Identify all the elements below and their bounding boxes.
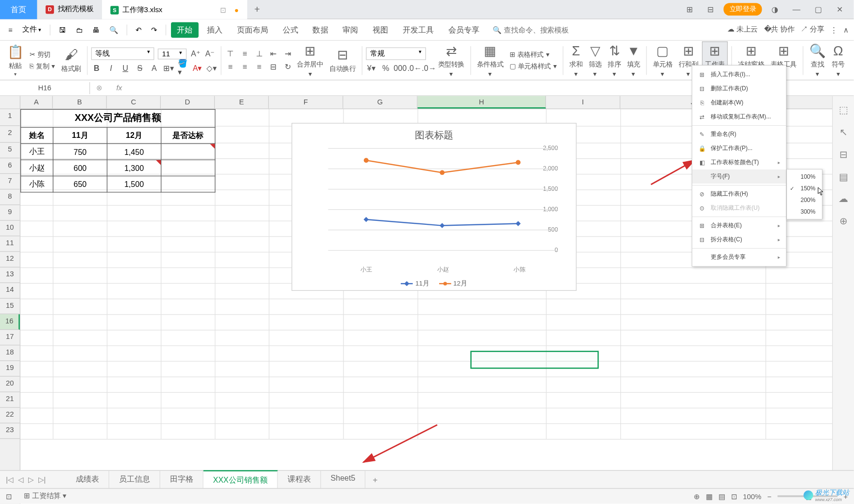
cell[interactable]: 600 bbox=[53, 160, 107, 176]
menu-delete-sheet[interactable]: ⊟删除工作表(D) bbox=[692, 82, 786, 96]
row-header[interactable]: 19 bbox=[0, 361, 20, 376]
row-header[interactable]: 11 bbox=[0, 236, 20, 252]
column-header[interactable]: A bbox=[20, 96, 53, 109]
bold-button[interactable]: B bbox=[91, 62, 102, 73]
row-header[interactable]: 13 bbox=[0, 268, 20, 283]
share-button[interactable]: ↗ 分享 bbox=[801, 25, 824, 35]
row-header[interactable]: 12 bbox=[0, 252, 20, 268]
row-header[interactable]: 18 bbox=[0, 345, 20, 361]
cell[interactable] bbox=[161, 160, 215, 176]
menu-copy-sheet[interactable]: ⎘创建副本(W) bbox=[692, 96, 786, 110]
merge-center-button[interactable]: ⊞合并居中▾ bbox=[294, 42, 325, 79]
align-center-icon[interactable]: ≡ bbox=[239, 62, 250, 72]
print-icon[interactable]: 🖶 bbox=[89, 25, 103, 34]
tab-layout[interactable]: 页面布局 bbox=[231, 22, 274, 37]
menu-rename[interactable]: ✎重命名(R) bbox=[692, 127, 786, 141]
tab-formula[interactable]: 公式 bbox=[276, 22, 304, 37]
search-input[interactable] bbox=[504, 25, 594, 34]
tab-start[interactable]: 开始 bbox=[171, 22, 199, 37]
indent-left-icon[interactable]: ⇤ bbox=[268, 48, 279, 59]
cell[interactable]: 小陈 bbox=[21, 176, 53, 192]
menu-more-member[interactable]: 更多会员专享▸ bbox=[692, 250, 786, 264]
column-header[interactable]: H bbox=[418, 96, 546, 109]
cell[interactable]: 1,300 bbox=[107, 160, 161, 176]
orientation-icon[interactable]: ↻ bbox=[283, 62, 293, 72]
column-header[interactable]: D bbox=[161, 96, 215, 109]
underline-button[interactable]: U bbox=[120, 62, 131, 73]
save-as-icon[interactable]: 🗀 bbox=[72, 25, 86, 34]
increase-decimal-icon[interactable]: .0← bbox=[409, 62, 420, 73]
undo-button[interactable]: ↶ bbox=[132, 25, 145, 34]
cancel-fx-icon[interactable]: ⊗ bbox=[90, 84, 108, 92]
row-header[interactable]: 16 bbox=[0, 314, 20, 330]
tab-view[interactable]: 视图 bbox=[367, 22, 394, 37]
zoom-out-button[interactable]: − bbox=[768, 492, 772, 500]
italic-button[interactable]: I bbox=[105, 62, 116, 73]
chart-object[interactable]: 图表标题 05001,0001,5002,0002,500小王小赵小陈 11月 … bbox=[291, 123, 577, 291]
row-header[interactable]: 23 bbox=[0, 423, 20, 439]
sort-button[interactable]: ⇅排序▾ bbox=[605, 42, 623, 79]
cell[interactable]: 650 bbox=[53, 176, 107, 192]
clear-format-button[interactable]: ◇▾ bbox=[206, 62, 217, 73]
menu-tab-color[interactable]: ◧工作表标签颜色(T)▸ bbox=[692, 155, 786, 169]
row-header[interactable]: 22 bbox=[0, 408, 20, 423]
copy-button[interactable]: ⎘ 复制▾ bbox=[27, 61, 58, 71]
new-tab-button[interactable]: + bbox=[247, 4, 267, 15]
font-size-select[interactable]: 11▾ bbox=[158, 48, 187, 59]
more-icon[interactable]: ⋮ bbox=[830, 25, 837, 34]
view-page-icon[interactable]: ▤ bbox=[718, 492, 725, 500]
increase-font-icon[interactable]: A⁺ bbox=[190, 48, 201, 59]
command-search[interactable]: 🔍 bbox=[493, 25, 594, 34]
font-color-button[interactable]: A▾ bbox=[192, 62, 203, 73]
row-header[interactable]: 14 bbox=[0, 283, 20, 299]
menu-hide-sheet[interactable]: ⊘隐藏工作表(H) bbox=[692, 187, 786, 201]
minimize-button[interactable]: — bbox=[788, 2, 805, 16]
tab-dev[interactable]: 开发工具 bbox=[396, 22, 440, 37]
select-all-corner[interactable] bbox=[0, 96, 20, 109]
sheet-tab[interactable]: 员工信息 bbox=[109, 470, 160, 489]
cell[interactable]: 750 bbox=[53, 144, 107, 160]
layout-icon[interactable]: ⊞ bbox=[682, 2, 698, 16]
menu-protect[interactable]: 🔒保护工作表(P)... bbox=[692, 141, 786, 155]
comma-icon[interactable]: 000 bbox=[395, 62, 406, 73]
tab-menu-icon[interactable]: ⊡ bbox=[220, 6, 226, 14]
app-menu-icon[interactable]: ≡ bbox=[5, 23, 16, 36]
percent-icon[interactable]: % bbox=[380, 62, 391, 73]
tab-insert[interactable]: 插入 bbox=[201, 22, 229, 37]
sidebar-settings-icon[interactable]: ⊟ bbox=[839, 149, 847, 160]
submenu-150[interactable]: 150% bbox=[787, 183, 822, 194]
align-right-icon[interactable]: ≡ bbox=[254, 62, 264, 72]
cell[interactable]: 1,500 bbox=[107, 176, 161, 192]
fill-color-button[interactable]: 🪣▾ bbox=[178, 62, 188, 73]
redo-button[interactable]: ↷ bbox=[148, 25, 161, 34]
collapse-ribbon-icon[interactable]: ∧ bbox=[843, 25, 849, 34]
currency-icon[interactable]: ¥▾ bbox=[366, 62, 376, 73]
cell[interactable]: 1,450 bbox=[107, 144, 161, 160]
border-button[interactable]: ⊞▾ bbox=[163, 62, 174, 73]
view-mode-icon[interactable]: ⊡ bbox=[731, 492, 737, 500]
menu-insert-sheet[interactable]: ⊞插入工作表(I)... bbox=[692, 67, 786, 82]
column-header[interactable]: F bbox=[269, 96, 343, 109]
row-header[interactable]: 8 bbox=[0, 189, 20, 205]
align-bottom-icon[interactable]: ⊥ bbox=[254, 48, 264, 59]
login-button[interactable]: 立即登录 bbox=[723, 3, 762, 16]
menu-move-sheet[interactable]: ⇄移动或复制工作表(M)... bbox=[692, 110, 786, 124]
column-header[interactable]: B bbox=[53, 96, 107, 109]
row-header[interactable]: 21 bbox=[0, 392, 20, 408]
cell-button[interactable]: ▢单元格▾ bbox=[650, 42, 675, 79]
align-left-icon[interactable]: ≡ bbox=[225, 62, 236, 72]
sidebar-props-icon[interactable]: ▤ bbox=[839, 171, 848, 182]
theme-icon[interactable]: ◑ bbox=[767, 2, 783, 16]
name-box[interactable]: H16 bbox=[0, 82, 90, 94]
collab-button[interactable]: �共 协作 bbox=[764, 25, 795, 35]
row-header[interactable]: 17 bbox=[0, 330, 20, 345]
filter-button[interactable]: ▽筛选▾ bbox=[586, 42, 604, 79]
sum-button[interactable]: Σ求和▾ bbox=[567, 42, 585, 79]
type-convert-button[interactable]: ⇄类型转换▾ bbox=[436, 42, 467, 79]
sheet-tab[interactable]: 田字格 bbox=[160, 470, 204, 489]
submenu-100[interactable]: 100% bbox=[787, 171, 822, 183]
sheet-nav-first-icon[interactable]: |◁ bbox=[6, 475, 13, 484]
font-name-select[interactable]: 等线▾ bbox=[91, 48, 154, 60]
column-header[interactable]: I bbox=[546, 96, 620, 109]
row-header[interactable]: 9 bbox=[0, 205, 20, 220]
